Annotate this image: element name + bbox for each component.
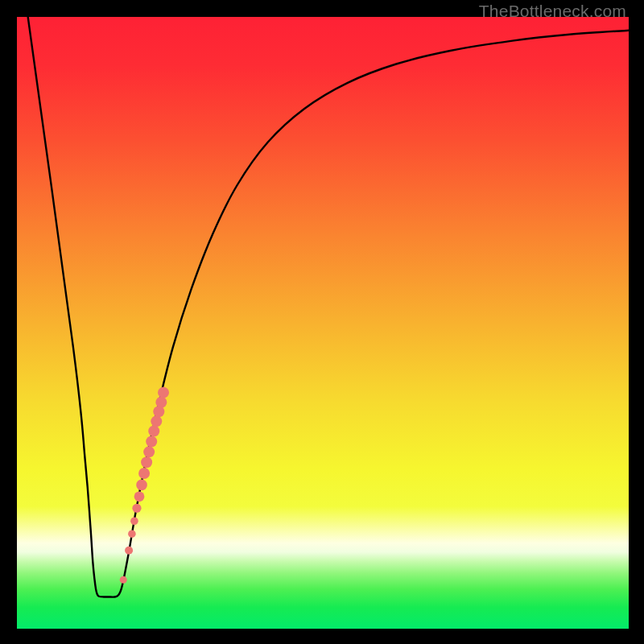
data-marker (132, 504, 141, 513)
data-marker (158, 387, 169, 398)
data-marker (141, 456, 152, 468)
data-marker (148, 426, 159, 437)
gradient-background (17, 17, 629, 629)
plot-area (17, 17, 629, 629)
data-marker (128, 530, 136, 538)
data-marker (130, 517, 138, 525)
data-marker (136, 480, 147, 491)
data-marker (155, 397, 167, 408)
data-marker (120, 576, 127, 584)
data-marker (125, 547, 133, 555)
watermark-text: TheBottleneck.com (479, 2, 626, 21)
data-marker (151, 415, 162, 427)
bottleneck-chart (17, 17, 629, 629)
data-marker (146, 436, 157, 447)
data-marker (138, 468, 150, 479)
chart-frame: TheBottleneck.com (0, 0, 644, 644)
data-marker (143, 446, 155, 457)
data-marker (134, 491, 145, 502)
